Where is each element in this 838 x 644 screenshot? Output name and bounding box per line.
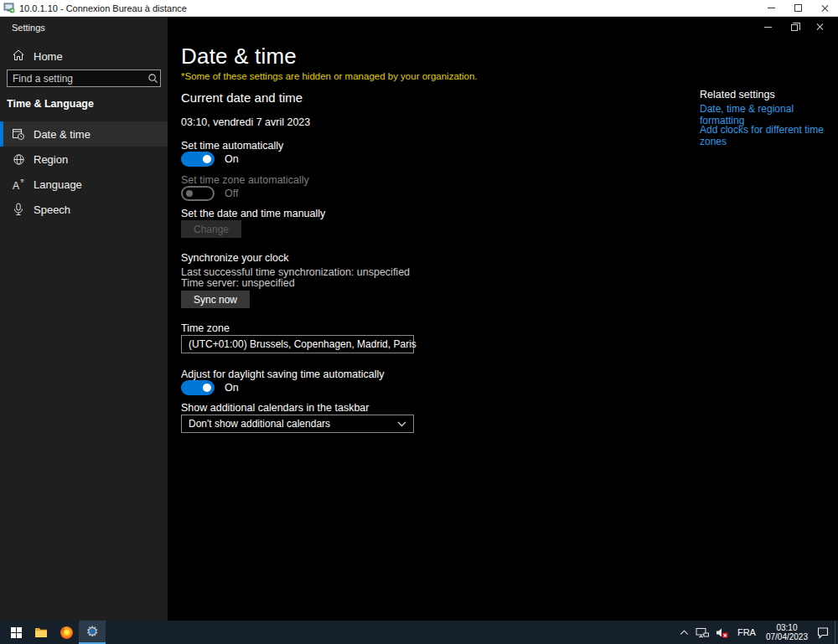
sidebar-section-heading: Time & Language — [7, 98, 94, 110]
sidebar-item-language[interactable]: A Language — [0, 172, 168, 197]
dst-label: Adjust for daylight saving time automati… — [181, 368, 384, 380]
microphone-icon — [12, 203, 25, 216]
page-title: Date & time — [181, 44, 297, 70]
settings-sidebar: Settings Home Time & Langua — [0, 17, 168, 621]
time-zone-select[interactable]: (UTC+01:00) Brussels, Copenhagen, Madrid… — [181, 335, 414, 353]
taskbar-settings-active[interactable]: ⚙ — [79, 621, 106, 644]
language-icon: A — [12, 178, 25, 191]
svg-text:A: A — [13, 180, 19, 191]
taskbar-file-explorer[interactable] — [28, 621, 54, 644]
close-icon — [816, 23, 825, 31]
settings-main-pane: Date & time *Some of these settings are … — [168, 17, 838, 621]
related-link-regional-formatting[interactable]: Date, time & regional formatting — [700, 103, 838, 126]
set-timezone-toggle[interactable] — [181, 186, 215, 201]
settings-window-controls — [755, 18, 833, 35]
home-icon — [12, 49, 25, 64]
clock-time: 03:10 — [776, 623, 797, 632]
gear-icon: ⚙ — [85, 625, 98, 639]
set-timezone-label: Set time zone automatically — [181, 174, 309, 186]
toggle-knob — [186, 190, 193, 197]
settings-minimize-button[interactable] — [755, 18, 781, 35]
manual-date-time-label: Set the date and time manually — [181, 208, 325, 219]
settings-close-button[interactable] — [807, 18, 833, 35]
set-time-toggle-row: On — [181, 152, 239, 167]
maximize-icon — [794, 4, 802, 12]
dst-toggle-row: On — [181, 380, 239, 395]
action-center-icon — [816, 626, 830, 639]
rdp-maximize-button[interactable] — [784, 0, 811, 16]
dst-toggle[interactable] — [181, 380, 215, 395]
sidebar-item-region[interactable]: Region — [0, 147, 168, 172]
related-link-add-clocks[interactable]: Add clocks for different time zones — [700, 124, 838, 147]
sync-now-button[interactable]: Sync now — [181, 291, 250, 308]
network-icon — [696, 627, 709, 638]
speaker-muted-icon — [716, 627, 729, 638]
windows-logo-icon — [11, 627, 22, 638]
sidebar-item-label: Date & time — [34, 128, 91, 141]
network-tray-icon[interactable] — [692, 621, 712, 644]
chevron-down-icon — [397, 421, 406, 427]
settings-restore-button[interactable] — [781, 18, 807, 35]
toggle-state-label: On — [225, 382, 239, 394]
org-managed-notice: *Some of these settings are hidden or ma… — [181, 71, 478, 81]
firefox-icon — [59, 626, 74, 640]
minimize-icon — [764, 27, 772, 28]
additional-calendars-select[interactable]: Don't show additional calendars — [181, 415, 414, 433]
sidebar-item-date-time[interactable]: Date & time — [0, 121, 168, 147]
show-hidden-icons-button[interactable] — [676, 621, 692, 644]
minimize-icon — [768, 8, 775, 8]
rdp-close-button[interactable] — [811, 0, 838, 16]
sidebar-item-label: Region — [34, 153, 68, 166]
start-button[interactable] — [3, 621, 28, 644]
sidebar-item-label: Speech — [34, 204, 70, 216]
change-button[interactable]: Change — [181, 220, 241, 238]
language-indicator[interactable]: FRA — [732, 621, 761, 644]
settings-app-title: Settings — [12, 23, 45, 33]
search-icon[interactable] — [147, 73, 158, 84]
related-settings-heading: Related settings — [700, 89, 775, 100]
date-time-icon — [12, 127, 25, 141]
folder-icon — [34, 626, 48, 638]
selected-indicator — [0, 121, 3, 147]
current-date-time-value: 03:10, vendredi 7 avril 2023 — [181, 116, 310, 128]
sidebar-nav-list: Date & time Region A — [0, 121, 168, 222]
rdp-window-title: 10.0.1.10 - Connexion Bureau à distance — [19, 3, 187, 13]
toggle-state-label: On — [225, 153, 239, 165]
taskbar-firefox[interactable] — [54, 621, 79, 644]
set-time-label: Set time automatically — [181, 140, 283, 152]
sync-clock-heading: Synchronize your clock — [181, 252, 289, 264]
close-icon — [820, 4, 829, 13]
time-zone-label: Time zone — [181, 322, 230, 334]
sidebar-item-home[interactable]: Home — [0, 45, 168, 67]
restore-icon — [791, 24, 798, 31]
current-date-time-heading: Current date and time — [181, 90, 303, 105]
set-time-toggle[interactable] — [181, 152, 215, 167]
search-input[interactable] — [8, 73, 147, 85]
action-center-button[interactable] — [813, 621, 833, 644]
screen: 10.0.1.10 - Connexion Bureau à distance … — [0, 0, 838, 644]
chevron-up-icon — [680, 629, 689, 636]
rdp-titlebar: 10.0.1.10 - Connexion Bureau à distance — [0, 0, 838, 17]
toggle-state-label: Off — [225, 188, 238, 199]
additional-calendars-label: Show additional calendars in the taskbar — [181, 402, 369, 414]
toggle-knob — [203, 155, 211, 163]
time-zone-value: (UTC+01:00) Brussels, Copenhagen, Madrid… — [189, 338, 416, 350]
additional-calendars-value: Don't show additional calendars — [189, 418, 330, 430]
rdp-minimize-button[interactable] — [758, 0, 784, 16]
sync-last-line: Last successful time synchronization: un… — [181, 266, 410, 278]
sidebar-item-label: Home — [34, 50, 63, 63]
settings-window: Settings Home Time & Langua — [0, 17, 838, 621]
taskbar-clock[interactable]: 03:10 07/04/2023 — [761, 621, 813, 644]
sync-server-line: Time server: unspecified — [181, 277, 295, 289]
region-globe-icon — [12, 153, 25, 166]
show-desktop-button[interactable] — [835, 621, 838, 644]
sidebar-item-label: Language — [34, 178, 82, 191]
rdp-connection-icon — [3, 3, 15, 13]
volume-muted-tray-icon[interactable] — [712, 621, 732, 644]
taskbar: ⚙ — [0, 621, 838, 644]
search-box — [7, 70, 161, 87]
clock-date: 07/04/2023 — [766, 632, 808, 641]
sidebar-item-speech[interactable]: Speech — [0, 197, 168, 222]
set-timezone-toggle-row: Off — [181, 186, 238, 201]
rdp-window-controls — [758, 0, 838, 16]
